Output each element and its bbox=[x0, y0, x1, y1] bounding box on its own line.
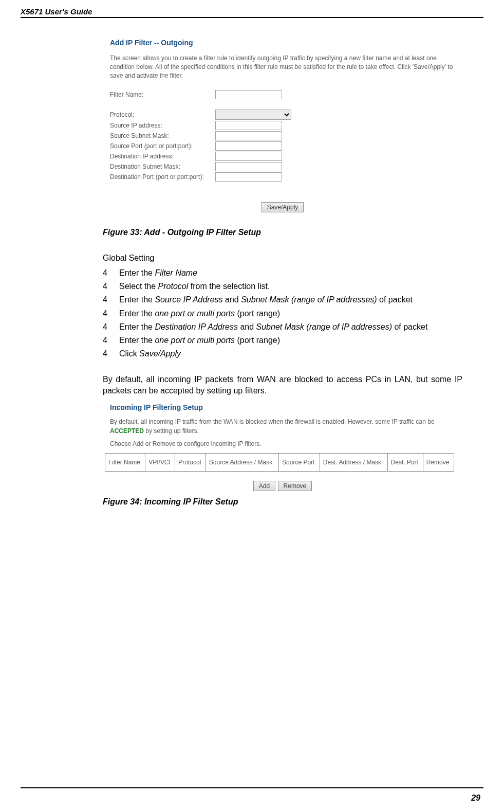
button-row: Save/Apply bbox=[103, 202, 462, 212]
button-row: Add Remove bbox=[103, 481, 462, 491]
running-title: X5671 User's Guide bbox=[21, 0, 483, 17]
save-apply-button[interactable]: Save/Apply bbox=[262, 202, 304, 212]
label-source-ip: Source IP address: bbox=[110, 122, 215, 129]
row-dest-port: Destination Port (port or port:port): bbox=[110, 172, 462, 182]
select-protocol[interactable] bbox=[215, 110, 291, 120]
col-remove: Remove bbox=[423, 453, 454, 471]
input-dest-port[interactable] bbox=[215, 172, 282, 182]
row-dest-ip: Destination IP address: bbox=[110, 152, 462, 161]
col-source-port: Source Port bbox=[279, 453, 320, 471]
header-rule bbox=[21, 17, 483, 18]
label-dest-port: Destination Port (port or port:port): bbox=[110, 173, 215, 181]
input-source-port[interactable] bbox=[215, 141, 282, 151]
row-filter-name: Filter Name: bbox=[110, 90, 462, 99]
col-protocol: Protocol bbox=[175, 453, 206, 471]
step-number: 4 bbox=[103, 267, 119, 279]
label-source-mask: Source Subnet Mask: bbox=[110, 132, 215, 139]
incoming-intro-paragraph: By default, all incoming IP packets from… bbox=[103, 374, 462, 396]
step-text: Enter the one port or multi ports (port … bbox=[119, 308, 462, 319]
screenshot-incoming-filter: Incoming IP Filtering Setup By default, … bbox=[103, 403, 462, 491]
row-source-ip: Source IP address: bbox=[110, 121, 462, 130]
global-setting-heading: Global Setting bbox=[103, 252, 462, 264]
step-text: Click Save/Apply bbox=[119, 348, 462, 359]
page-number: 29 bbox=[471, 793, 480, 803]
list-item: 4 Enter the one port or multi ports (por… bbox=[103, 308, 462, 319]
remove-button[interactable]: Remove bbox=[278, 481, 312, 491]
col-dest-addr: Dest. Address / Mask bbox=[320, 453, 387, 471]
screenshot-add-outgoing-filter: Add IP Filter -- Outgoing The screen all… bbox=[103, 39, 462, 212]
steps-list: 4 Enter the Filter Name 4 Select the Pro… bbox=[103, 267, 462, 359]
accepted-text: ACCEPTED bbox=[110, 427, 144, 435]
list-item: 4 Enter the one port or multi ports (por… bbox=[103, 334, 462, 346]
figure-34-caption: Figure 34: Incoming IP Filter Setup bbox=[103, 497, 462, 507]
dialog-description: The screen allows you to create a filter… bbox=[110, 54, 455, 80]
step-text: Enter the Destination IP Address and Sub… bbox=[119, 321, 462, 333]
step-number: 4 bbox=[103, 348, 119, 359]
table-header-row: Filter Name VPI/VCI Protocol Source Addr… bbox=[105, 453, 454, 471]
step-number: 4 bbox=[103, 334, 119, 346]
dialog-description: By default, all incoming IP traffic from… bbox=[110, 418, 455, 436]
step-text: Select the Protocol from the selection l… bbox=[119, 280, 462, 292]
list-item: 4 Click Save/Apply bbox=[103, 348, 462, 359]
input-source-mask[interactable] bbox=[215, 131, 282, 140]
list-item: 4 Enter the Destination IP Address and S… bbox=[103, 321, 462, 333]
input-dest-ip[interactable] bbox=[215, 152, 282, 161]
row-dest-mask: Destination Subnet Mask: bbox=[110, 162, 462, 171]
step-number: 4 bbox=[103, 280, 119, 292]
step-number: 4 bbox=[103, 321, 119, 333]
label-dest-mask: Destination Subnet Mask: bbox=[110, 163, 215, 170]
dialog-title: Add IP Filter -- Outgoing bbox=[110, 39, 462, 47]
main-content: Add IP Filter -- Outgoing The screen all… bbox=[103, 39, 462, 507]
col-filter-name: Filter Name bbox=[105, 453, 145, 471]
label-source-port: Source Port (port or port:port): bbox=[110, 142, 215, 150]
col-vpi-vci: VPI/VCI bbox=[145, 453, 175, 471]
step-text: Enter the Filter Name bbox=[119, 267, 462, 279]
input-source-ip[interactable] bbox=[215, 121, 282, 130]
step-text: Enter the one port or multi ports (port … bbox=[119, 334, 462, 346]
step-number: 4 bbox=[103, 294, 119, 305]
input-dest-mask[interactable] bbox=[215, 162, 282, 171]
filter-table: Filter Name VPI/VCI Protocol Source Addr… bbox=[105, 453, 454, 472]
dialog-description-2: Choose Add or Remove to configure incomi… bbox=[110, 440, 455, 448]
col-source-addr: Source Address / Mask bbox=[206, 453, 278, 471]
label-protocol: Protocol: bbox=[110, 111, 215, 118]
footer-rule bbox=[21, 787, 483, 788]
row-protocol: Protocol: bbox=[110, 110, 462, 120]
input-filter-name[interactable] bbox=[215, 90, 282, 99]
list-item: 4 Enter the Source IP Address and Subnet… bbox=[103, 294, 462, 305]
step-number: 4 bbox=[103, 308, 119, 319]
row-source-mask: Source Subnet Mask: bbox=[110, 131, 462, 140]
label-filter-name: Filter Name: bbox=[110, 91, 215, 98]
figure-33-caption: Figure 33: Add - Outgoing IP Filter Setu… bbox=[103, 228, 462, 237]
list-item: 4 Enter the Filter Name bbox=[103, 267, 462, 279]
list-item: 4 Select the Protocol from the selection… bbox=[103, 280, 462, 292]
row-source-port: Source Port (port or port:port): bbox=[110, 141, 462, 151]
dialog-title: Incoming IP Filtering Setup bbox=[110, 403, 462, 411]
add-button[interactable]: Add bbox=[253, 481, 275, 491]
step-text: Enter the Source IP Address and Subnet M… bbox=[119, 294, 462, 305]
label-dest-ip: Destination IP address: bbox=[110, 153, 215, 160]
col-dest-port: Dest. Port bbox=[387, 453, 423, 471]
